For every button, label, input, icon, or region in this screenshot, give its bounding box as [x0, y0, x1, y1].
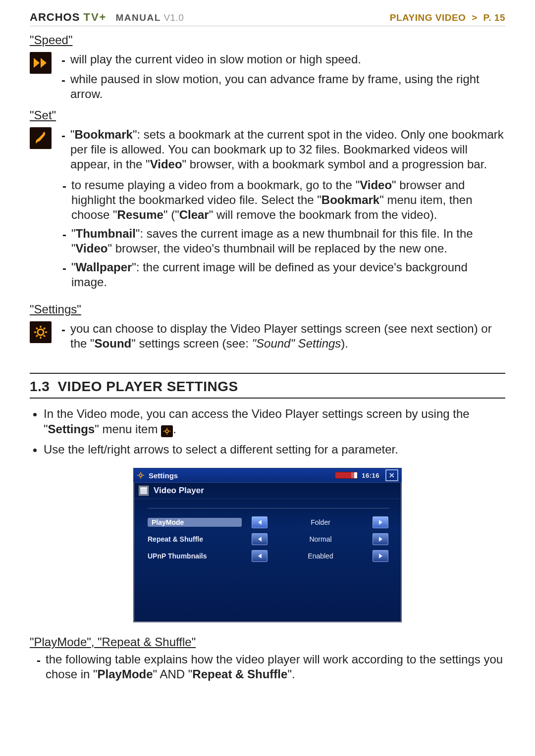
- setting-value: Normal: [278, 535, 363, 543]
- film-icon: [139, 486, 149, 496]
- clock: 16:16: [362, 472, 379, 479]
- svg-point-9: [165, 430, 168, 433]
- brush-icon: [30, 127, 52, 149]
- set-heading: "Set": [30, 108, 505, 122]
- svg-line-5: [36, 328, 38, 329]
- section-title: 1.3Video Player Settings: [30, 379, 505, 395]
- device-screenshot: Settings 16:16 ✕ Video Player PlayModeFo…: [133, 468, 402, 622]
- setting-label: PlayMode: [148, 518, 242, 527]
- sec13-bullets: In the Video mode, you can access the Vi…: [30, 406, 505, 457]
- speed-item: will play the current video in slow moti…: [70, 52, 505, 68]
- sec13-bullet: In the Video mode, you can access the Vi…: [44, 406, 505, 437]
- battery-icon: [335, 472, 358, 479]
- playmode-item: the following table explains how the vid…: [46, 652, 505, 682]
- manual-version: MANUAL V1.0: [115, 12, 184, 23]
- playmode-heading: "PlayMode", "Repeat & Shuffle": [30, 635, 505, 649]
- set-item-resume: to resume playing a video from a bookmar…: [71, 178, 505, 222]
- svg-line-7: [44, 328, 45, 329]
- speed-item: while paused in slow motion, you can adv…: [70, 72, 505, 101]
- sec13-bullet: Use the left/right arrows to select a di…: [44, 442, 505, 457]
- playmode-list: the following table explains how the vid…: [37, 652, 505, 682]
- speed-list: will play the current video in slow moti…: [61, 50, 505, 105]
- setting-value: Enabled: [278, 552, 363, 560]
- arrow-left-button[interactable]: [252, 516, 268, 528]
- screenshot-subtitle-bar: Video Player: [134, 483, 401, 499]
- gear-icon: [30, 321, 52, 343]
- separator: [148, 508, 389, 508]
- set-list-cont: to resume playing a video from a bookmar…: [62, 178, 505, 290]
- arrow-right-button[interactable]: [373, 533, 388, 545]
- screenshot-titlebar: Settings 16:16 ✕: [134, 468, 401, 483]
- set-list: "Bookmark": sets a bookmark at the curre…: [61, 125, 505, 176]
- arrow-left-button[interactable]: [252, 550, 268, 562]
- arrow-right-button[interactable]: [373, 550, 388, 562]
- speed-heading: "Speed": [30, 33, 505, 47]
- setting-label: Repeat & Shuffle: [148, 535, 242, 543]
- arrow-right-button[interactable]: [373, 516, 388, 528]
- arrow-left-button[interactable]: [252, 533, 268, 545]
- svg-point-14: [139, 474, 142, 477]
- settings-heading: "Settings": [30, 302, 505, 316]
- svg-line-8: [36, 335, 38, 337]
- screenshot-subtitle: Video Player: [154, 486, 204, 496]
- section-rule-top: [30, 373, 505, 374]
- header-rule: [30, 26, 505, 26]
- set-item-thumbnail: "Thumbnail": saves the current image as …: [71, 226, 505, 256]
- page-header: ARCHOS TV+ MANUAL V1.0 PLAYING VIDEO > P…: [30, 11, 505, 24]
- fast-forward-icon: [30, 52, 52, 74]
- close-button[interactable]: ✕: [385, 469, 398, 481]
- setting-row: Repeat & ShuffleNormal: [148, 533, 389, 545]
- svg-line-6: [44, 335, 45, 337]
- set-item-wallpaper: "Wallpaper": the current image will be d…: [71, 260, 505, 290]
- brand-logo: ARCHOS TV+: [30, 11, 107, 24]
- gear-icon: [137, 471, 145, 479]
- section-rule-bottom: [30, 398, 505, 399]
- setting-value: Folder: [278, 518, 363, 526]
- set-item-bookmark: "Bookmark": sets a bookmark at the curre…: [70, 127, 505, 172]
- setting-label: UPnP Thumbnails: [148, 552, 242, 560]
- breadcrumb: PLAYING VIDEO > P. 15: [390, 12, 505, 23]
- screenshot-title: Settings: [149, 471, 178, 480]
- settings-item: you can choose to display the Video Play…: [70, 321, 505, 351]
- gear-icon: [161, 425, 173, 437]
- svg-point-0: [38, 329, 44, 335]
- setting-row: UPnP ThumbnailsEnabled: [148, 550, 389, 562]
- setting-row: PlayModeFolder: [148, 516, 389, 528]
- settings-list: you can choose to display the Video Play…: [61, 319, 505, 355]
